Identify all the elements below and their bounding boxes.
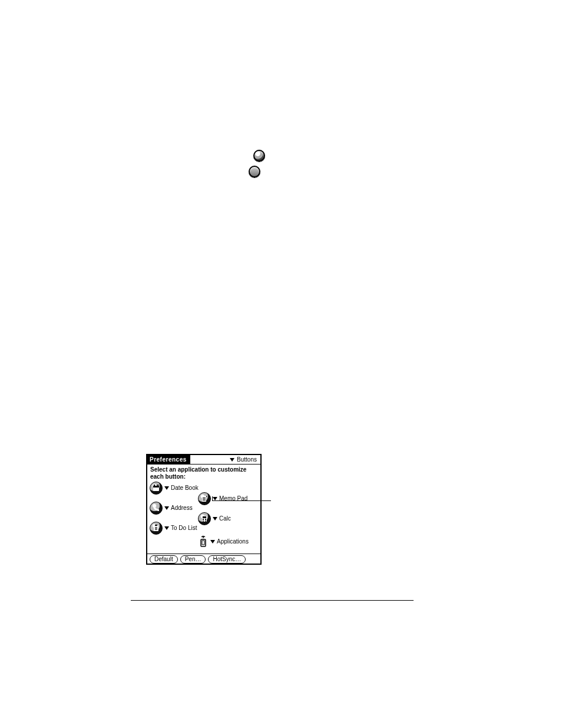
calc-picker[interactable]: Calc <box>213 515 231 522</box>
slot-address: Address <box>150 502 193 515</box>
date-book-label: Date Book <box>171 485 199 492</box>
palm-titlebar: Preferences Buttons <box>147 455 260 465</box>
slot-applications: Applications <box>198 536 249 548</box>
svg-rect-17 <box>203 521 204 522</box>
default-button[interactable]: Default <box>150 555 178 564</box>
svg-rect-15 <box>203 519 204 520</box>
chevron-down-icon <box>230 458 234 462</box>
svg-rect-12 <box>203 500 206 500</box>
pen-button[interactable]: Pen… <box>180 555 206 564</box>
slot-memo: Memo Pad <box>198 492 247 505</box>
slot-todo: To Do List <box>150 522 197 535</box>
calc-label: Calc <box>219 515 231 522</box>
callout-leader-vert <box>212 496 213 500</box>
memo-icon <box>198 492 211 505</box>
hotsync-button[interactable]: HotSync… <box>208 555 246 564</box>
slot-date-book: Date Book <box>150 482 199 495</box>
applications-icon <box>198 536 209 548</box>
chevron-down-icon <box>164 526 169 530</box>
svg-rect-7 <box>155 528 157 529</box>
svg-rect-5 <box>155 525 157 526</box>
applications-picker[interactable]: Applications <box>210 538 249 545</box>
slot-calc: Calc <box>198 512 231 525</box>
chevron-down-icon <box>164 486 169 490</box>
svg-rect-11 <box>203 499 206 499</box>
todo-picker[interactable]: To Do List <box>164 525 197 532</box>
palm-title-gap <box>190 455 226 464</box>
chevron-down-icon <box>213 517 217 521</box>
svg-rect-10 <box>203 498 206 498</box>
palm-button-grid: Date Book Address To Do List <box>147 480 260 554</box>
inline-icon-b <box>249 166 260 177</box>
callout-leader <box>212 500 271 501</box>
footer-rule <box>131 600 414 601</box>
svg-rect-18 <box>205 521 206 522</box>
todo-label: To Do List <box>171 525 197 532</box>
svg-rect-3 <box>157 485 158 486</box>
svg-rect-6 <box>155 527 157 528</box>
memo-label: Memo Pad <box>219 495 247 502</box>
palm-preferences-screen: Preferences Buttons Select an applicatio… <box>146 454 262 565</box>
memo-picker[interactable]: Memo Pad <box>213 495 247 502</box>
address-icon <box>150 502 163 515</box>
svg-rect-16 <box>205 519 206 520</box>
date-book-picker[interactable]: Date Book <box>164 485 199 492</box>
chevron-down-icon <box>164 506 169 510</box>
palm-category-label: Buttons <box>237 456 257 463</box>
svg-rect-20 <box>202 541 204 545</box>
palm-button-row: Default Pen… HotSync… <box>147 554 260 564</box>
calc-icon <box>198 512 211 525</box>
date-book-icon <box>150 482 163 495</box>
address-label: Address <box>171 505 193 512</box>
applications-label: Applications <box>217 538 249 545</box>
todo-icon <box>150 522 163 535</box>
palm-category-picker[interactable]: Buttons <box>226 455 260 464</box>
palm-instructions: Select an application to customize each … <box>147 465 260 480</box>
svg-rect-8 <box>155 529 157 530</box>
chevron-down-icon <box>210 540 215 543</box>
address-picker[interactable]: Address <box>164 505 193 512</box>
svg-rect-14 <box>203 516 206 518</box>
palm-title: Preferences <box>147 455 190 464</box>
inline-icon-a <box>253 150 265 162</box>
svg-rect-2 <box>154 485 155 486</box>
